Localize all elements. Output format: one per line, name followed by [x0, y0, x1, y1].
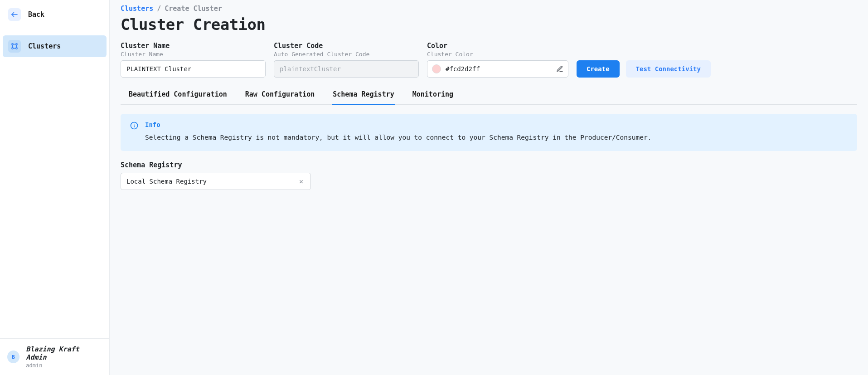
breadcrumb: Clusters / Create Cluster [121, 5, 857, 13]
field-sublabel: Auto Generated Cluster Code [274, 51, 419, 58]
sidebar-item-label: Clusters [28, 42, 61, 50]
breadcrumb-current: Create Cluster [165, 5, 222, 13]
cluster-icon [8, 40, 21, 53]
main-content: Clusters / Create Cluster Cluster Creati… [110, 0, 868, 375]
field-sublabel: Cluster Color [427, 51, 568, 58]
cluster-code-input [274, 60, 419, 78]
breadcrumb-root[interactable]: Clusters [121, 5, 153, 13]
select-value: Local Schema Registry [126, 178, 297, 185]
sidebar-item-clusters[interactable]: Clusters [3, 35, 107, 57]
tabs: Beautified Configuration Raw Configurati… [121, 86, 857, 105]
sidebar: Back Clusters B Blazing Kraft Admin admi… [0, 0, 110, 375]
tab-beautified-configuration[interactable]: Beautified Configuration [128, 86, 228, 105]
info-box: Info Selecting a Schema Registry is not … [121, 114, 857, 151]
page-title: Cluster Creation [121, 15, 857, 34]
field-label: Color [427, 42, 568, 50]
tab-monitoring[interactable]: Monitoring [412, 86, 454, 105]
avatar[interactable]: B [7, 351, 19, 363]
cluster-name-input[interactable] [121, 60, 266, 78]
field-label: Schema Registry [121, 161, 311, 169]
field-cluster-code: Cluster Code Auto Generated Cluster Code [274, 42, 419, 78]
create-button[interactable]: Create [577, 60, 620, 78]
sidebar-footer: B Blazing Kraft Admin admin [0, 338, 109, 375]
user-name: Blazing Kraft Admin [26, 345, 102, 361]
info-title: Info [145, 121, 651, 128]
tab-raw-configuration[interactable]: Raw Configuration [244, 86, 316, 105]
tab-schema-registry[interactable]: Schema Registry [332, 86, 395, 105]
field-sublabel: Cluster Name [121, 51, 266, 58]
test-connectivity-button[interactable]: Test Connectivity [626, 60, 711, 78]
user-role: admin [26, 362, 102, 369]
field-label: Cluster Name [121, 42, 266, 50]
color-value: #fcd2d2ff [446, 65, 552, 73]
arrow-left-icon [8, 8, 21, 21]
field-label: Cluster Code [274, 42, 419, 50]
back-label: Back [28, 10, 44, 19]
color-swatch [432, 64, 441, 73]
info-text: Selecting a Schema Registry is not manda… [145, 133, 651, 143]
field-cluster-color: Color Cluster Color #fcd2d2ff [427, 42, 568, 78]
field-schema-registry: Schema Registry Local Schema Registry ✕ [121, 161, 311, 190]
field-cluster-name: Cluster Name Cluster Name [121, 42, 266, 78]
back-button[interactable]: Back [3, 4, 107, 25]
schema-registry-select[interactable]: Local Schema Registry ✕ [121, 173, 311, 190]
close-icon[interactable]: ✕ [297, 177, 305, 185]
pencil-icon[interactable] [556, 65, 563, 73]
cluster-color-input[interactable]: #fcd2d2ff [427, 60, 568, 78]
info-icon [130, 121, 139, 143]
breadcrumb-sep: / [157, 5, 161, 13]
